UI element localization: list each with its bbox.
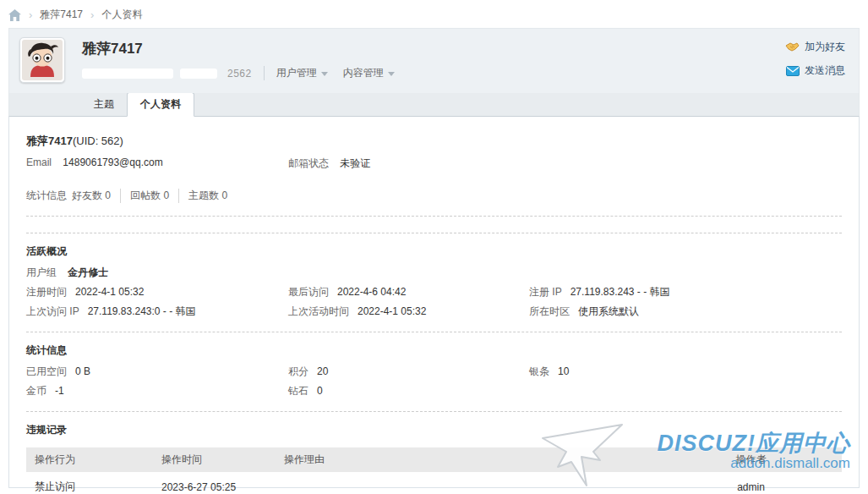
email-status-field: 邮箱状态 未验证 (288, 156, 529, 171)
redacted-url (82, 68, 226, 80)
stat-replies: 回帖数 0 (120, 189, 178, 203)
violations-header-row: 操作行为 操作时间 操作理由 操作者 (26, 447, 842, 473)
profile-body: 雅萍7417(UID: 562) Email 1489061793@qq.com… (8, 117, 860, 488)
profile-username: 雅萍7417 (82, 39, 143, 58)
usergroup-field: 用户组 金丹修士 (26, 265, 108, 280)
stat-friends: 好友数 0 (67, 189, 120, 203)
cell-time: 2023-6-27 05:25 (153, 473, 276, 494)
stats-summary: 统计信息 好友数 0 回帖数 0 主题数 0 (26, 189, 842, 203)
email-label: Email (26, 156, 52, 168)
profile-header: 雅萍7417 2562 用户管理 内容管理 (8, 28, 860, 93)
divider-dashed (26, 233, 842, 233)
home-icon[interactable] (8, 9, 21, 21)
violations-table: 操作行为 操作时间 操作理由 操作者 禁止访问 2023-6-27 05:25 … (26, 447, 842, 494)
chevron-down-icon (388, 72, 395, 76)
breadcrumb-profile: 个人资料 (101, 8, 142, 22)
stats-summary-label: 统计信息 (26, 189, 67, 203)
send-message-button[interactable]: 发送消息 (786, 63, 845, 78)
envelope-icon (786, 66, 800, 76)
menu-content-management-label: 内容管理 (343, 66, 384, 80)
col-time: 操作时间 (153, 447, 276, 473)
chevron-down-icon (321, 72, 328, 76)
user-profile-page: › 雅萍7417 › 个人资料 雅萍7417 (0, 0, 868, 494)
profile-subline: 2562 用户管理 内容管理 (82, 66, 395, 80)
send-message-label: 发送消息 (805, 63, 845, 78)
breadcrumb: › 雅萍7417 › 个人资料 (0, 0, 868, 22)
timezone-field: 所在时区使用系统默认 (529, 304, 842, 319)
silver-field: 银条10 (529, 364, 842, 379)
last-visit-field: 最后访问2022-4-6 04:42 (288, 284, 529, 299)
usergroup-label: 用户组 (26, 266, 57, 278)
diamond-field: 钻石0 (288, 383, 529, 398)
stat-threads: 主题数 0 (178, 189, 237, 203)
reg-ip-field: 注册 IP27.119.83.243 - - 韩国 (529, 284, 842, 299)
tab-threads[interactable]: 主题 (81, 93, 127, 116)
cell-action: 禁止访问 (26, 473, 153, 494)
email-status-label: 邮箱状态 (288, 157, 329, 169)
email-value: 1489061793@qq.com (63, 156, 162, 168)
divider-dashed (26, 216, 842, 217)
cell-reason (276, 473, 660, 494)
section-title-violations: 违规记录 (26, 423, 842, 437)
space-used-field: 已用空间0 B (26, 364, 288, 379)
breadcrumb-separator: › (90, 8, 94, 21)
col-reason: 操作理由 (276, 447, 660, 473)
profile-display-name: 雅萍7417 (26, 134, 73, 147)
col-action: 操作行为 (26, 447, 153, 473)
col-operator: 操作者 (660, 447, 842, 473)
avatar[interactable] (19, 37, 65, 83)
menu-content-management[interactable]: 内容管理 (343, 66, 395, 80)
add-friend-label: 加为好友 (805, 40, 845, 54)
last-ip-field: 上次访问 IP27.119.83.243:0 - - 韩国 (26, 304, 288, 319)
reg-time-field: 注册时间2022-4-1 05:32 (26, 284, 288, 299)
add-friend-button[interactable]: 加为好友 (785, 40, 845, 54)
menu-user-management-label: 用户管理 (276, 66, 317, 80)
last-activity-field: 上次活动时间2022-4-1 05:32 (288, 304, 529, 319)
divider-dashed (26, 332, 842, 332)
cell-operator: admin (660, 473, 842, 494)
email-field: Email 1489061793@qq.com (26, 156, 288, 171)
email-status-value: 未验证 (340, 157, 370, 169)
section-title-statistics: 统计信息 (26, 343, 842, 358)
menu-user-management[interactable]: 用户管理 (276, 66, 328, 80)
table-row: 禁止访问 2023-6-27 05:25 admin (26, 473, 842, 494)
profile-uid: (UID: 562) (73, 134, 123, 147)
section-title-activity: 活跃概况 (26, 244, 842, 259)
usergroup-value: 金丹修士 (68, 266, 108, 278)
divider-dashed (26, 411, 842, 412)
gold-field: 金币-1 (26, 383, 288, 398)
profile-title-line: 雅萍7417(UID: 562) (26, 134, 842, 149)
tab-strip: 主题 个人资料 (8, 93, 860, 117)
breadcrumb-separator: › (29, 8, 32, 21)
handshake-icon (785, 41, 800, 53)
profile-panel: 雅萍7417 2562 用户管理 内容管理 (8, 28, 860, 488)
breadcrumb-username[interactable]: 雅萍7417 (40, 8, 83, 22)
credits-field: 积分20 (288, 364, 529, 379)
redacted-url-suffix: 2562 (227, 68, 252, 80)
tab-profile[interactable]: 个人资料 (127, 92, 194, 117)
